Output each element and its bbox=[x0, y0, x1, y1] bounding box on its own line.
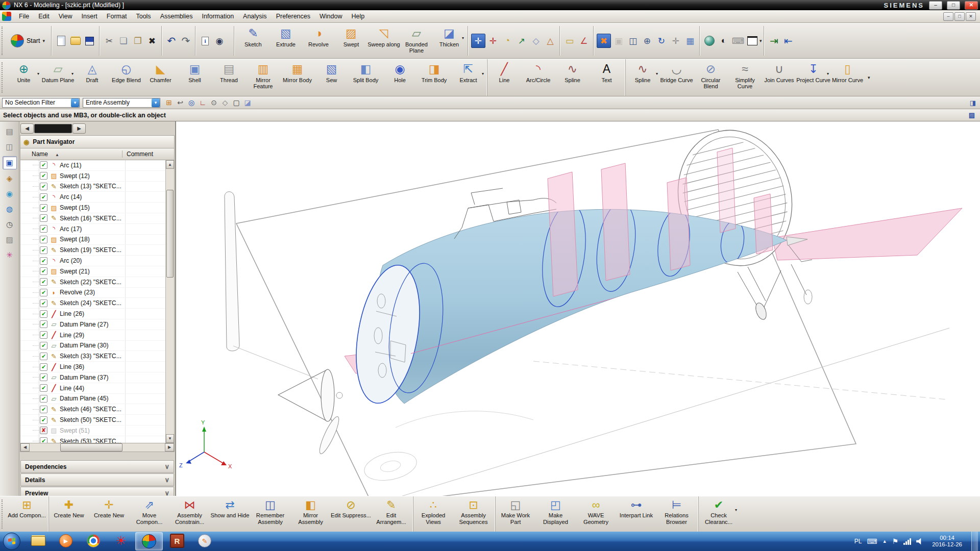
studio-style-icon[interactable]: ⌨ bbox=[731, 34, 745, 47]
interpart-link-button[interactable]: ⊶ Interpart Link bbox=[616, 496, 656, 532]
name-column-header[interactable]: Name bbox=[20, 151, 122, 158]
visibility-checkbox[interactable] bbox=[40, 214, 47, 222]
selection-filter-dropdown[interactable]: No Selection Filter ▼ bbox=[2, 98, 80, 108]
menu-item[interactable]: Insert bbox=[77, 11, 102, 21]
find-binoculars-icon[interactable]: ◉ bbox=[213, 34, 226, 47]
language-indicator[interactable]: PL bbox=[854, 538, 862, 545]
zoom-box-icon[interactable]: ◫ bbox=[626, 34, 640, 47]
chevron-down-icon[interactable]: ▼ bbox=[71, 98, 79, 107]
chevron-down-icon[interactable]: ▾ bbox=[868, 75, 870, 80]
visibility-checkbox[interactable] bbox=[40, 416, 47, 424]
close-button[interactable]: ✕ bbox=[965, 1, 978, 10]
swept-button[interactable]: ▨ Swept bbox=[335, 23, 368, 58]
mirror-assembly-button[interactable]: ◧ Mirror Assembly bbox=[290, 496, 331, 532]
studio-spline-button[interactable]: ∿ Spline bbox=[625, 59, 659, 96]
make-work-part-button[interactable]: ◱ Make Work Part bbox=[495, 496, 535, 532]
visibility-checkbox[interactable] bbox=[40, 406, 47, 413]
taskbar-sun-app-icon[interactable]: ☀ bbox=[108, 532, 134, 549]
visibility-checkbox[interactable] bbox=[40, 289, 47, 296]
perspective-icon[interactable]: ▦ bbox=[683, 34, 697, 47]
visibility-checkbox[interactable] bbox=[40, 427, 47, 434]
assembly-constraints-button[interactable]: ⋈ Assembly Constrain... bbox=[169, 496, 210, 532]
sketch-button[interactable]: ✎ Sketch bbox=[237, 23, 270, 58]
menu-item[interactable]: Help bbox=[347, 11, 370, 21]
spline-button[interactable]: ∿ Spline bbox=[555, 59, 590, 96]
taskbar-clock[interactable]: 00:14 2016-12-26 bbox=[928, 535, 966, 548]
feature-name[interactable]: Sketch (24) "SKETC... bbox=[60, 299, 121, 307]
feature-name[interactable]: Sketch (50) "SKETC... bbox=[60, 416, 121, 423]
exploded-views-button[interactable]: ∴ Exploded Views bbox=[413, 496, 453, 532]
menu-item[interactable]: File bbox=[14, 11, 34, 21]
chevron-down-icon[interactable]: ∨ bbox=[164, 463, 169, 470]
menu-item[interactable]: Preferences bbox=[272, 11, 315, 21]
circular-blend-button[interactable]: ⊘ Circular Blend bbox=[694, 59, 728, 96]
tree-row[interactable]: Sketch (46) "SKETC... bbox=[20, 404, 165, 415]
feature-name[interactable]: Arc (20) bbox=[60, 257, 82, 264]
tree-row[interactable]: Swept (21) bbox=[20, 266, 165, 277]
tree-row[interactable]: Swept (51) bbox=[20, 425, 165, 436]
paste-icon[interactable]: ❐ bbox=[131, 34, 144, 47]
dynamic-wcs-icon[interactable]: ✛ bbox=[471, 34, 485, 48]
wireframe-style-icon[interactable]: ◐ bbox=[717, 34, 730, 47]
edit-suppression-button[interactable]: ⊘ Edit Suppress... bbox=[331, 496, 371, 532]
save-icon[interactable] bbox=[83, 34, 96, 47]
tree-row[interactable]: Sketch (24) "SKETC... bbox=[20, 298, 165, 309]
fit-view-icon[interactable]: ✖ bbox=[597, 34, 611, 48]
horizontal-scrollbar[interactable]: ◀ ▶ bbox=[20, 443, 175, 452]
remember-assembly-button[interactable]: ◫ Remember Assembly bbox=[250, 496, 290, 532]
mirror-curve-button[interactable]: ▯ Mirror Curve bbox=[830, 59, 865, 96]
graphics-window[interactable]: Y X Z bbox=[176, 121, 980, 496]
create-new-parent-button[interactable]: ✛ Create New bbox=[89, 496, 129, 532]
visibility-checkbox[interactable] bbox=[40, 437, 47, 443]
visibility-checkbox[interactable] bbox=[40, 246, 47, 254]
taskbar-explorer-icon[interactable] bbox=[25, 532, 52, 549]
visibility-checkbox[interactable] bbox=[40, 161, 47, 169]
arc-circle-button[interactable]: ◝ Arc/Circle bbox=[521, 59, 555, 96]
feature-name[interactable]: Sketch (53) "SKETC... bbox=[60, 438, 121, 443]
extract-button[interactable]: ⇱ Extract bbox=[451, 59, 485, 96]
vector-icon[interactable]: ↗ bbox=[515, 34, 528, 47]
visibility-checkbox[interactable] bbox=[40, 384, 47, 392]
new-file-icon[interactable] bbox=[55, 34, 68, 47]
pane-right-arrow[interactable]: ▶ bbox=[72, 123, 86, 134]
create-new-button[interactable]: ✚ Create New bbox=[48, 496, 89, 532]
tree-row[interactable]: Swept (12) bbox=[20, 171, 165, 182]
tree-row[interactable]: Revolve (23) bbox=[20, 288, 165, 298]
visibility-checkbox[interactable] bbox=[40, 342, 47, 349]
menu-item[interactable]: Window bbox=[315, 11, 347, 21]
background-style-icon[interactable] bbox=[746, 34, 759, 47]
snap-intersection-icon[interactable]: ∟ bbox=[197, 97, 208, 108]
visibility-checkbox[interactable] bbox=[40, 373, 47, 381]
add-component-button[interactable]: ⊞ Add Compon... bbox=[7, 496, 47, 532]
visibility-checkbox[interactable] bbox=[40, 267, 47, 275]
feature-name[interactable]: Datum Plane (30) bbox=[60, 342, 109, 349]
unite-button[interactable]: ⊕ Unite bbox=[7, 59, 41, 96]
gc-constraint-icon[interactable]: ◎ bbox=[186, 97, 197, 108]
feature-name[interactable]: Datum Plane (27) bbox=[60, 321, 109, 328]
feature-name[interactable]: Line (36) bbox=[60, 363, 84, 370]
tree-row[interactable]: Sketch (53) "SKETC... bbox=[20, 436, 165, 443]
sweep-along-button[interactable]: ◹ Sweep along bbox=[368, 23, 400, 58]
feature-name[interactable]: Arc (17) bbox=[60, 226, 82, 233]
csys-icon[interactable]: △ bbox=[544, 34, 557, 47]
history-icon[interactable]: ◷ bbox=[3, 218, 16, 231]
chamfer-button[interactable]: ◣ Chamfer bbox=[143, 59, 178, 96]
visibility-checkbox[interactable] bbox=[40, 257, 47, 265]
relations-browser-button[interactable]: ⊨ Relations Browser bbox=[656, 496, 697, 532]
tree-row[interactable]: Sketch (13) "SKETC... bbox=[20, 182, 165, 192]
snap-arc-center-icon[interactable]: ⊙ bbox=[208, 97, 219, 108]
tree-row[interactable]: Line (26) bbox=[20, 309, 165, 319]
visibility-checkbox[interactable] bbox=[40, 183, 47, 190]
visibility-checkbox[interactable] bbox=[40, 363, 47, 371]
visibility-checkbox[interactable] bbox=[40, 172, 47, 180]
menu-item[interactable]: Tools bbox=[131, 11, 155, 21]
revolve-button[interactable]: ◑ Revolve bbox=[302, 23, 335, 58]
rotate-view-icon[interactable]: ↻ bbox=[655, 34, 668, 47]
feature-name[interactable]: Revolve (23) bbox=[60, 289, 95, 296]
toolbar-options-icon[interactable]: ◨ bbox=[968, 98, 978, 107]
plane-select-icon[interactable]: ◇ bbox=[529, 34, 543, 47]
reuse-library-icon[interactable]: ◈ bbox=[3, 172, 16, 185]
tree-row[interactable]: Sketch (50) "SKETC... bbox=[20, 415, 165, 425]
tree-row[interactable]: Sketch (19) "SKETC... bbox=[20, 245, 165, 256]
visibility-checkbox[interactable] bbox=[40, 204, 47, 212]
